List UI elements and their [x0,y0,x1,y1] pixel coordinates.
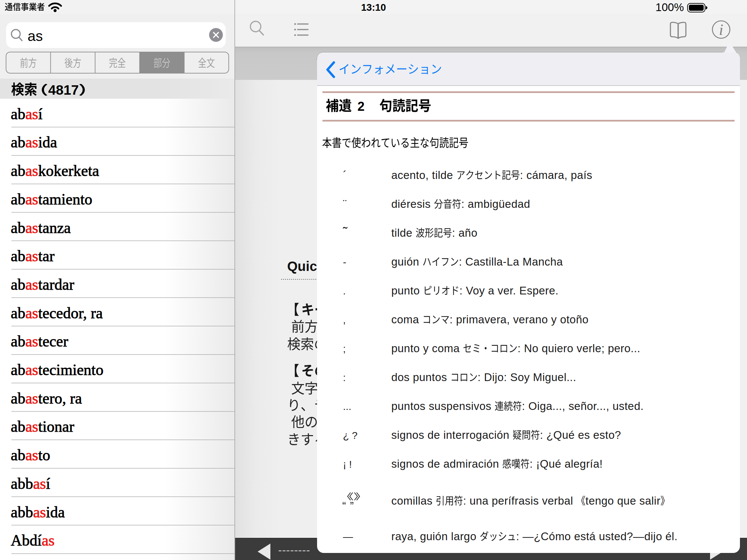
svg-text:i: i [719,21,723,38]
svg-text:“: “ [342,500,346,512]
svg-text::: : [343,372,345,383]
svg-text:...: ... [343,401,351,412]
svg-text:abastar: abastar [11,247,54,265]
svg-text:: primavera, verano y otoño: : primavera, verano y otoño [449,313,589,326]
svg-text:dos puntos: dos puntos [391,371,447,383]
svg-text:abasida: abasida [11,134,57,151]
svg-text:diéresis: diéresis [391,198,431,210]
svg-text:.: . [343,285,345,296]
svg-text:;: ; [343,343,345,354]
svg-text:abastamiento: abastamiento [11,191,93,208]
svg-text:acento, tilde: acento, tilde [391,169,453,181]
svg-text:tilde: tilde [391,226,412,239]
svg-text:abastardar: abastardar [11,276,74,293]
svg-text:raya, guión largo: raya, guión largo [391,530,476,542]
svg-text:comillas: comillas [391,495,433,507]
svg-text:: Voy a ver. Espere.: : Voy a ver. Espere. [460,284,559,297]
svg-text:puntos suspensivos: puntos suspensivos [391,400,491,412]
svg-text:¡ !: ¡ ! [343,459,352,470]
svg-text:˜: ˜ [342,224,347,239]
svg-text:: ¡Qué alegría!: : ¡Qué alegría! [530,458,603,470]
svg-text:13:10: 13:10 [361,2,386,13]
svg-text:abbasida: abbasida [11,504,65,521]
svg-text:: —¿Cómo está usted?—dijo él.: : —¿Cómo está usted?—dijo él. [516,530,678,542]
svg-text:abaskokerketa: abaskokerketa [11,162,99,179]
svg-text:signos de interrogación: signos de interrogación [391,429,510,441]
svg-text:as: as [28,28,43,44]
svg-text:abastanza: abastanza [11,219,71,236]
svg-text:: ¿Qué es esto?: : ¿Qué es esto? [540,429,621,441]
svg-text:”: ” [350,500,354,512]
svg-text:Quic: Quic [287,259,317,274]
svg-text:abastecedor, ra: abastecedor, ra [11,304,103,322]
svg-text:signos de admiración: signos de admiración [391,458,499,470]
svg-text:100%: 100% [655,1,684,14]
svg-text:: Dijo: Soy Miguel...: : Dijo: Soy Miguel... [478,371,576,383]
svg-text:abastecimiento: abastecimiento [11,361,103,378]
svg-text:,: , [343,314,345,325]
svg-text:: ambigüedad: : ambigüedad [461,198,530,210]
svg-text:: una perífrasis verbal: : una perífrasis verbal [463,495,573,507]
svg-text:: año: : año [452,226,478,239]
svg-text:--------: -------- [278,543,310,556]
svg-text:¿ ?: ¿ ? [343,430,357,441]
svg-text:´: ´ [343,168,346,181]
svg-text:: Castilla-La Mancha: : Castilla-La Mancha [459,256,563,268]
svg-text:: Oiga..., señor..., usted.: : Oiga..., señor..., usted. [522,400,644,412]
svg-text:: No quiero verle; pero...: : No quiero verle; pero... [518,342,641,354]
svg-text:Abdías: Abdías [11,532,54,549]
svg-text:¨: ¨ [343,197,346,210]
svg-text:abasto: abasto [11,447,50,464]
svg-text:2: 2 [357,99,364,113]
svg-text:punto y coma: punto y coma [391,342,460,354]
svg-text:tengo que salir: tengo que salir [586,495,660,507]
svg-text:abbasí: abbasí [11,475,50,492]
svg-text:—: — [343,531,353,542]
svg-text:4817: 4817 [48,82,79,98]
svg-text:guión: guión [391,256,419,268]
svg-text:abastionar: abastionar [11,418,74,435]
svg-text:: cámara, país: : cámara, país [520,169,592,181]
svg-text:abasí: abasí [11,105,43,123]
svg-text:abastero, ra: abastero, ra [11,390,82,407]
svg-text:-: - [343,257,346,268]
svg-text:abastecer: abastecer [11,333,68,350]
svg-text:punto: punto [391,284,420,297]
svg-text:coma: coma [391,313,419,326]
